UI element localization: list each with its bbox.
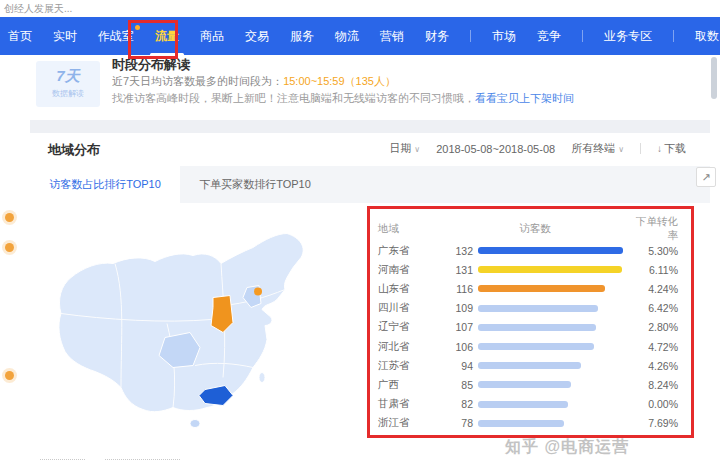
table-row[interactable]: 甘肃省820.00% — [378, 395, 678, 414]
table-row[interactable]: 四川省1096.42% — [378, 299, 678, 318]
col-header-rate: 下单转化率 — [628, 215, 678, 243]
table-rows: 广东省1325.30%河南省1316.11%山东省1164.24%四川省1096… — [378, 241, 678, 433]
region-name: 浙江省 — [378, 416, 442, 430]
col-header-region: 地域 — [378, 222, 442, 236]
table-row[interactable]: 辽宁省1072.80% — [378, 318, 678, 337]
nav-item-商品[interactable]: 商品 — [200, 28, 224, 45]
table-row[interactable]: 河南省1316.11% — [378, 260, 678, 279]
conversion-rate: 0.00% — [628, 398, 678, 410]
nav-item-实时[interactable]: 实时 — [53, 28, 77, 45]
main-navbar: 首页实时作战室流量商品交易服务物流营销财务市场竞争业务专区取数学院 亮点 — [0, 17, 720, 55]
visitor-ranking-table: 地域 访客数 下单转化率 广东省1325.30%河南省1316.11%山东省11… — [378, 215, 678, 433]
download-button[interactable]: ↓下载 — [657, 141, 686, 156]
expand-button[interactable]: ↗ — [696, 167, 716, 187]
nav-item-竞争[interactable]: 竞争 — [537, 28, 561, 45]
insight-link[interactable]: 看看宝贝上下架时间 — [475, 92, 574, 104]
visitor-count: 109 — [442, 302, 478, 314]
conversion-rate: 4.24% — [628, 283, 678, 295]
visitor-bar-fill — [478, 381, 571, 388]
visitor-bar-fill — [478, 343, 594, 350]
nav-item-取数[interactable]: 取数 — [695, 28, 719, 45]
region-name: 甘肃省 — [378, 397, 442, 411]
nav-item-市场[interactable]: 市场 — [492, 28, 516, 45]
nav-item-流量[interactable]: 流量 — [155, 28, 179, 45]
conversion-rate: 2.80% — [628, 321, 678, 333]
conversion-rate: 6.11% — [628, 264, 678, 276]
region-name: 辽宁省 — [378, 320, 442, 334]
region-controls: 日期∨ 2018-05-08~2018-05-08 所有终端∨ ↓下载 — [389, 141, 686, 156]
visitor-count: 94 — [442, 360, 478, 372]
conversion-rate: 4.26% — [628, 360, 678, 372]
visitor-bar — [478, 324, 628, 331]
watermark: 知乎 @电商运营 — [505, 437, 629, 458]
insight-title: 时段分布解读 — [112, 56, 190, 74]
badge-sub-label: 数据解读 — [36, 88, 100, 99]
visitor-count: 78 — [442, 417, 478, 429]
tab-buyer-ranking[interactable]: 下单买家数排行TOP10 — [180, 166, 330, 203]
app-window: 创经人发展天... 首页实时作战室流量商品交易服务物流营销财务市场竞争业务专区取… — [0, 0, 720, 473]
nav-item-营销[interactable]: 营销 — [380, 28, 404, 45]
visitor-bar-fill — [478, 362, 581, 369]
visitor-count: 132 — [442, 245, 478, 257]
table-row[interactable]: 广东省1325.30% — [378, 241, 678, 260]
nav-item-财务[interactable]: 财务 — [425, 28, 449, 45]
visitor-bar — [478, 401, 628, 408]
visitor-count: 106 — [442, 341, 478, 353]
nav-item-交易[interactable]: 交易 — [245, 28, 269, 45]
taiwan-island[interactable] — [259, 373, 265, 383]
date-range-value[interactable]: 2018-05-08~2018-05-08 — [436, 143, 555, 155]
hainan-island[interactable] — [190, 420, 200, 428]
visitor-bar-fill — [478, 401, 568, 408]
insight-badge-card: 7天 数据解读 — [36, 61, 100, 107]
visitor-bar-fill — [478, 266, 622, 273]
footer-hint-line — [40, 459, 85, 460]
visitor-bar-fill — [478, 305, 598, 312]
table-row[interactable]: 山东省1164.24% — [378, 279, 678, 298]
china-map[interactable] — [55, 225, 365, 435]
visitor-bar-fill — [478, 247, 623, 254]
region-name: 山东省 — [378, 282, 442, 296]
visitor-bar — [478, 420, 628, 427]
visitor-bar — [478, 285, 628, 292]
region-name: 河北省 — [378, 340, 442, 354]
visitor-bar-fill — [478, 420, 564, 427]
insight-line2: 找准访客高峰时段，果断上新吧！注意电脑端和无线端访客的不同习惯哦，看看宝贝上下架… — [112, 91, 574, 106]
table-row[interactable]: 广西858.24% — [378, 375, 678, 394]
insight-peak-time: 15:00~15:59（135人） — [283, 75, 396, 87]
conversion-rate: 5.30% — [628, 245, 678, 257]
region-name: 广东省 — [378, 244, 442, 258]
map-marker-orange — [254, 288, 262, 296]
visitor-count: 82 — [442, 398, 478, 410]
region-name: 四川省 — [378, 301, 442, 315]
tab-visitor-ranking[interactable]: 访客数占比排行TOP10 — [30, 166, 180, 203]
nav-item-首页[interactable]: 首页 — [8, 28, 32, 45]
insight-line1: 近7天日均访客数最多的时间段为：15:00~15:59（135人） — [112, 74, 396, 89]
side-marker-dot — [5, 243, 14, 252]
conversion-rate: 4.72% — [628, 341, 678, 353]
table-row[interactable]: 河北省1064.72% — [378, 337, 678, 356]
visitor-bar-fill — [478, 324, 596, 331]
nav-divider — [673, 30, 674, 42]
expand-arrow-icon: ↗ — [701, 171, 710, 184]
visitor-count: 131 — [442, 264, 478, 276]
region-name: 广西 — [378, 378, 442, 392]
terminal-dropdown[interactable]: 所有终端∨ — [571, 141, 624, 156]
table-row[interactable]: 江苏省944.26% — [378, 356, 678, 375]
conversion-rate: 6.42% — [628, 302, 678, 314]
nav-item-服务[interactable]: 服务 — [290, 28, 314, 45]
scrollbar-thumb[interactable] — [711, 57, 717, 99]
nav-item-作战室[interactable]: 作战室 — [98, 28, 134, 45]
footer-hint-line — [105, 459, 180, 460]
controls-divider — [640, 143, 641, 154]
table-row[interactable]: 浙江省787.69% — [378, 414, 678, 433]
visitor-bar — [478, 266, 628, 273]
visitor-bar-fill — [478, 285, 605, 292]
date-dropdown[interactable]: 日期∨ — [389, 141, 420, 156]
nav-item-物流[interactable]: 物流 — [335, 28, 359, 45]
chevron-down-icon: ∨ — [414, 145, 420, 154]
badge-days-label: 7天 — [36, 67, 100, 86]
section-separator — [30, 120, 710, 133]
nav-item-业务专区[interactable]: 业务专区 — [604, 28, 652, 45]
nav-items: 首页实时作战室流量商品交易服务物流营销财务市场竞争业务专区取数学院 — [8, 28, 720, 45]
tab-title: 创经人发展天... — [4, 2, 72, 16]
